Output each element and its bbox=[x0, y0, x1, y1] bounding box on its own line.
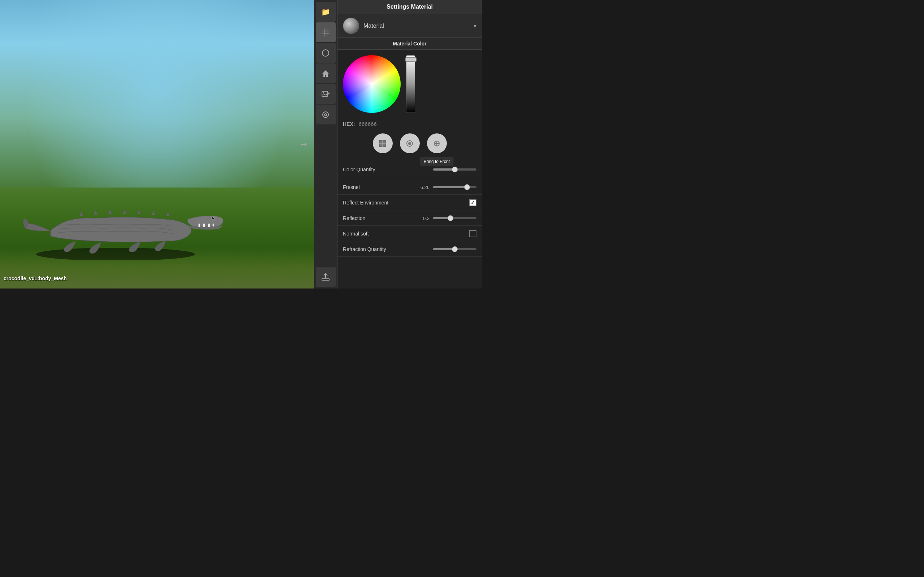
normal-soft-row: Normal soft bbox=[338, 226, 482, 242]
chevron-down-icon: ▾ bbox=[473, 23, 477, 29]
material-selector[interactable]: Material ▾ bbox=[338, 14, 482, 38]
reflect-env-checkbox[interactable] bbox=[469, 199, 477, 206]
svg-rect-4 bbox=[213, 224, 214, 226]
reflection-row: Reflection 0.2 bbox=[338, 211, 482, 226]
fresnel-value: 6.26 bbox=[417, 185, 430, 190]
svg-point-7 bbox=[213, 218, 214, 218]
refraction-label: Refraction Quantity bbox=[343, 246, 430, 252]
panel-header: Settings Material bbox=[338, 0, 482, 14]
svg-rect-22 bbox=[383, 140, 386, 143]
image-add-btn[interactable] bbox=[316, 84, 336, 104]
svg-rect-23 bbox=[380, 144, 382, 147]
refraction-thumb[interactable] bbox=[452, 246, 458, 252]
svg-point-19 bbox=[325, 114, 327, 116]
svg-point-15 bbox=[323, 92, 324, 93]
grid-btn[interactable] bbox=[316, 23, 336, 42]
brightness-thumb[interactable] bbox=[405, 57, 417, 62]
3d-viewport: crocodile_v01:body_Mesh ↦ bbox=[0, 0, 314, 288]
circle-btn[interactable] bbox=[316, 43, 336, 63]
svg-rect-21 bbox=[380, 140, 382, 143]
saturation-btn[interactable] bbox=[400, 134, 420, 153]
svg-point-26 bbox=[408, 142, 411, 145]
bring-to-front-btn[interactable] bbox=[427, 134, 447, 153]
settings-panel: Settings Material Material ▾ Material Co… bbox=[338, 0, 482, 288]
color-wheel[interactable] bbox=[343, 55, 401, 113]
normal-soft-checkbox[interactable] bbox=[469, 230, 477, 237]
color-actions: Bring to Front bbox=[338, 130, 482, 155]
color-quantity-slider[interactable] bbox=[433, 168, 477, 171]
hex-value[interactable]: 666666 bbox=[359, 121, 377, 127]
brightness-slider[interactable] bbox=[406, 55, 415, 113]
svg-point-18 bbox=[323, 112, 328, 118]
hex-row: HEX: 666666 bbox=[338, 118, 482, 130]
material-preview-ball bbox=[343, 18, 359, 34]
color-picker-area bbox=[338, 50, 482, 118]
arrow-indicator: ↦ bbox=[300, 140, 307, 149]
crocodile-model bbox=[22, 173, 224, 259]
hex-label: HEX: bbox=[343, 121, 355, 127]
reflect-env-row: Reflect Environment bbox=[338, 195, 482, 211]
svg-point-6 bbox=[212, 217, 214, 219]
lens-btn[interactable] bbox=[316, 105, 336, 124]
fresnel-slider[interactable] bbox=[433, 186, 477, 188]
color-wheel-container[interactable] bbox=[343, 55, 401, 113]
svg-rect-3 bbox=[208, 224, 210, 227]
toolbar: 📁 bbox=[314, 0, 338, 288]
color-quantity-row: Color Quantity bbox=[338, 162, 482, 177]
fresnel-thumb[interactable] bbox=[464, 184, 470, 190]
reflection-slider[interactable] bbox=[433, 217, 477, 219]
reflect-env-label: Reflect Environment bbox=[343, 200, 465, 206]
color-quantity-label: Color Quantity bbox=[343, 167, 430, 172]
fresnel-row: Fresnel 6.26 bbox=[338, 180, 482, 195]
reflection-value: 0.2 bbox=[417, 216, 430, 221]
color-quantity-thumb[interactable] bbox=[452, 167, 458, 172]
svg-point-0 bbox=[36, 248, 195, 259]
mesh-label: crocodile_v01:body_Mesh bbox=[3, 276, 67, 281]
color-picker-btn[interactable] bbox=[373, 134, 393, 153]
reflection-label: Reflection bbox=[343, 215, 413, 221]
material-label: Material bbox=[363, 23, 469, 29]
reflection-thumb[interactable] bbox=[447, 215, 453, 221]
upload-btn[interactable] bbox=[316, 267, 336, 287]
home-btn[interactable] bbox=[316, 63, 336, 83]
svg-rect-20 bbox=[322, 279, 329, 280]
svg-point-12 bbox=[322, 50, 329, 56]
svg-rect-2 bbox=[203, 224, 205, 227]
fresnel-label: Fresnel bbox=[343, 184, 413, 190]
refraction-slider[interactable] bbox=[433, 248, 477, 250]
svg-rect-13 bbox=[325, 71, 326, 72]
normal-soft-label: Normal soft bbox=[343, 231, 465, 237]
svg-rect-1 bbox=[199, 224, 200, 227]
material-color-section-title: Material Color bbox=[338, 38, 482, 50]
refraction-row: Refraction Quantity bbox=[338, 242, 482, 257]
folder-btn[interactable]: 📁 bbox=[316, 2, 336, 22]
svg-rect-24 bbox=[383, 144, 386, 147]
